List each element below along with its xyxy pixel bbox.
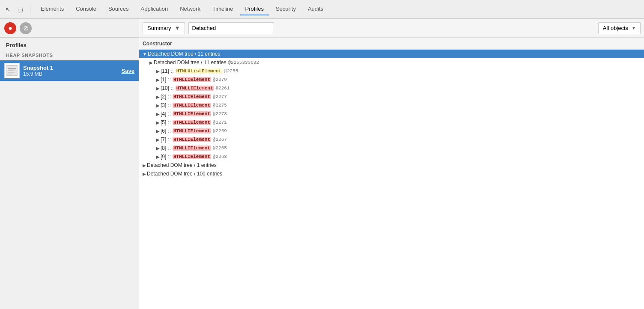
child-at-6: @2271 bbox=[213, 120, 227, 125]
right-panel: Summary ▼ All objects ▼ Constructor ▼ De… bbox=[139, 19, 644, 309]
collapsed-label-1: Detached DOM tree / 100 entries bbox=[147, 171, 222, 177]
collapsed-group-1[interactable]: ▶ Detached DOM tree / 100 entries bbox=[139, 169, 644, 178]
tab-elements[interactable]: Elements bbox=[36, 3, 69, 15]
child-expand-0: ▶ bbox=[156, 69, 160, 74]
selected-group-row[interactable]: ▼ Detached DOM tree / 11 entries bbox=[139, 50, 644, 58]
collapsed-group-0[interactable]: ▶ Detached DOM tree / 1 entries bbox=[139, 161, 644, 169]
profiles-title: Profiles bbox=[0, 38, 139, 50]
child-type-3: HTMLLIElement bbox=[173, 94, 211, 99]
record-button[interactable]: ● bbox=[4, 22, 16, 34]
child-type-10: HTMLLIElement bbox=[173, 154, 211, 159]
expand-icon: ▼ bbox=[143, 52, 147, 56]
tab-security[interactable]: Security bbox=[271, 3, 301, 15]
child-row-1[interactable]: ▶ [1] :: HTMLLIElement @2279 bbox=[139, 75, 644, 84]
snapshot-size: 15.9 MB bbox=[23, 71, 118, 77]
expanded-group-at: @2255333682 bbox=[228, 60, 259, 65]
tab-sources[interactable]: Sources bbox=[103, 3, 134, 15]
cursor-icon[interactable]: ↖ bbox=[3, 5, 13, 14]
child-index-8: [7] bbox=[161, 137, 166, 143]
child-index-4: [3] bbox=[161, 102, 166, 108]
child-row-4[interactable]: ▶ [3] :: HTMLLIElement @2275 bbox=[139, 101, 644, 110]
svg-rect-4 bbox=[8, 74, 12, 74]
child-at-1: @2279 bbox=[213, 77, 227, 82]
table-area: Constructor ▼ Detached DOM tree / 11 ent… bbox=[139, 38, 644, 309]
child-index-9: [8] bbox=[161, 145, 166, 151]
child-expand-9: ▶ bbox=[156, 146, 160, 151]
snapshot-name: Snapshot 1 bbox=[23, 65, 118, 71]
child-row-7[interactable]: ▶ [6] :: HTMLLIElement @2269 bbox=[139, 127, 644, 135]
summary-arrow-icon: ▼ bbox=[175, 25, 180, 31]
child-type-2: HTMLLIElement bbox=[176, 86, 214, 91]
inspect-icon[interactable]: ⬚ bbox=[15, 5, 25, 14]
child-type-9: HTMLLIElement bbox=[173, 146, 211, 151]
child-expand-5: ▶ bbox=[156, 112, 160, 116]
sidebar-controls: ● ⊘ bbox=[0, 19, 139, 38]
child-at-5: @2273 bbox=[213, 111, 227, 116]
child-index-1: [1] bbox=[161, 77, 166, 83]
objects-arrow-icon: ▼ bbox=[632, 26, 636, 30]
child-type-7: HTMLLIElement bbox=[173, 128, 211, 134]
tab-console[interactable]: Console bbox=[71, 3, 101, 15]
child-index-2: [10] bbox=[161, 85, 169, 91]
child-row-5[interactable]: ▶ [4] :: HTMLLIElement @2273 bbox=[139, 110, 644, 118]
collapsed-icon-0: ▶ bbox=[143, 163, 146, 168]
tab-application[interactable]: Application bbox=[136, 3, 173, 15]
summary-label: Summary bbox=[147, 25, 171, 31]
child-type-8: HTMLLIElement bbox=[173, 137, 211, 142]
child-expand-6: ▶ bbox=[156, 120, 160, 125]
child-at-3: @2277 bbox=[213, 94, 227, 99]
child-expand-8: ▶ bbox=[156, 137, 160, 142]
child-row-9[interactable]: ▶ [8] :: HTMLLIElement @2265 bbox=[139, 144, 644, 152]
child-index-7: [6] bbox=[161, 128, 166, 134]
child-expand-1: ▶ bbox=[156, 77, 160, 82]
constructor-header: Constructor bbox=[143, 41, 172, 47]
filter-input[interactable] bbox=[188, 22, 274, 34]
heap-snapshots-section: HEAP SNAPSHOTS bbox=[0, 50, 139, 60]
snapshot-item[interactable]: Snapshot 1 15.9 MB Save bbox=[0, 60, 139, 81]
stop-button[interactable]: ⊘ bbox=[20, 22, 32, 34]
objects-dropdown[interactable]: All objects ▼ bbox=[598, 22, 641, 34]
child-type-1: HTMLLIElement bbox=[173, 77, 211, 82]
svg-rect-1 bbox=[8, 68, 16, 69]
child-at-10: @2263 bbox=[213, 154, 227, 159]
child-index-3: [2] bbox=[161, 94, 166, 100]
child-at-7: @2269 bbox=[213, 128, 227, 134]
child-at-4: @2275 bbox=[213, 103, 227, 108]
child-index-0: [11] bbox=[161, 68, 169, 74]
tab-timeline[interactable]: Timeline bbox=[207, 3, 239, 15]
child-at-9: @2265 bbox=[213, 146, 227, 151]
toolbar: Summary ▼ All objects ▼ bbox=[139, 19, 644, 38]
tab-audits[interactable]: Audits bbox=[303, 3, 328, 15]
child-row-2[interactable]: ▶ [10] :: HTMLLIElement @2261 bbox=[139, 84, 644, 92]
child-row-3[interactable]: ▶ [2] :: HTMLLIElement @2277 bbox=[139, 92, 644, 101]
child-at-2: @2261 bbox=[216, 86, 230, 91]
snapshot-icon bbox=[4, 63, 20, 78]
top-nav: ↖ ⬚ Elements Console Sources Application… bbox=[0, 0, 644, 19]
child-index-5: [4] bbox=[161, 111, 166, 117]
child-expand-7: ▶ bbox=[156, 129, 160, 134]
summary-dropdown[interactable]: Summary ▼ bbox=[143, 22, 185, 34]
expanded-group-row[interactable]: ▶ Detached DOM tree / 11 entries @225533… bbox=[139, 58, 644, 67]
child-expand-3: ▶ bbox=[156, 95, 160, 99]
child-row-8[interactable]: ▶ [7] :: HTMLLIElement @2267 bbox=[139, 135, 644, 144]
child-row-6[interactable]: ▶ [5] :: HTMLLIElement @2271 bbox=[139, 118, 644, 127]
sidebar: ● ⊘ Profiles HEAP SNAPSHOTS Snapshot 1 1… bbox=[0, 19, 139, 309]
collapsed-icon-1: ▶ bbox=[143, 172, 146, 176]
col-header: Constructor bbox=[139, 38, 644, 50]
svg-rect-2 bbox=[8, 70, 14, 71]
child-expand-10: ▶ bbox=[156, 154, 160, 159]
snapshot-info: Snapshot 1 15.9 MB bbox=[23, 65, 118, 77]
nav-icons: ↖ ⬚ bbox=[3, 5, 30, 14]
child-type-6: HTMLLIElement bbox=[173, 120, 211, 125]
child-expand-2: ▶ bbox=[156, 86, 160, 91]
child-type-5: HTMLLIElement bbox=[173, 111, 211, 116]
tab-profiles[interactable]: Profiles bbox=[240, 3, 269, 15]
child-row-0[interactable]: ▶ [11] :: HTMLUListElement @2255 bbox=[139, 67, 644, 75]
collapsed-label-0: Detached DOM tree / 1 entries bbox=[147, 162, 217, 168]
tab-network[interactable]: Network bbox=[175, 3, 206, 15]
child-row-10[interactable]: ▶ [9] :: HTMLLIElement @2263 bbox=[139, 152, 644, 161]
child-at-0: @2255 bbox=[224, 68, 238, 74]
expanded-group-label: Detached DOM tree / 11 entries bbox=[154, 59, 226, 65]
expand-icon-2: ▶ bbox=[149, 60, 153, 65]
snapshot-save-button[interactable]: Save bbox=[122, 68, 134, 74]
